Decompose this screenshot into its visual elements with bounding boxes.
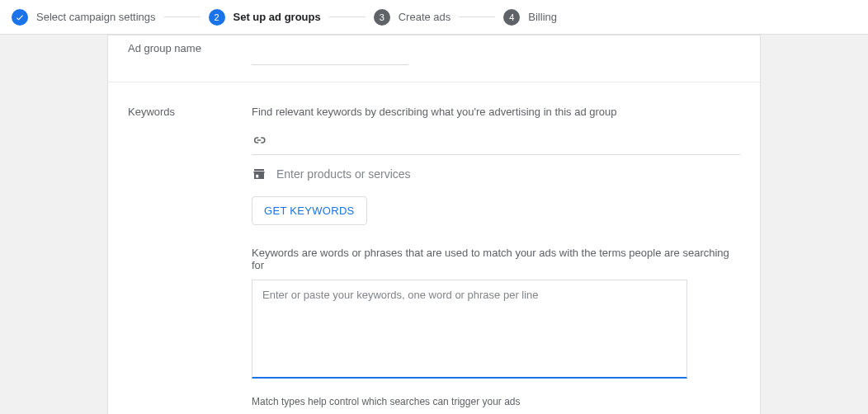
keywords-row: Keywords Find relevant keywords by descr… (108, 82, 760, 414)
link-icon (252, 133, 267, 148)
step-create-ads[interactable]: 3 Create ads (374, 9, 451, 26)
step-connector (164, 16, 200, 17)
step-select-campaign[interactable]: Select campaign settings (12, 9, 156, 26)
match-types-line1: Match types help control which searches … (252, 393, 740, 410)
url-input[interactable] (276, 134, 740, 147)
step-setup-ad-groups[interactable]: 2 Set up ad groups (209, 9, 321, 26)
step-number-badge: 2 (209, 9, 225, 26)
storefront-icon (252, 167, 267, 181)
keywords-label: Keywords (128, 106, 252, 414)
step-number-badge: 4 (503, 9, 520, 26)
step-connector (329, 16, 366, 17)
products-input-line[interactable] (252, 167, 740, 188)
keywords-textarea[interactable] (252, 280, 687, 379)
url-input-line[interactable] (252, 133, 740, 155)
step-label: Set up ad groups (234, 11, 321, 23)
step-connector (459, 16, 495, 17)
match-types-help: Match types help control which searches … (252, 393, 740, 414)
stepper: Select campaign settings 2 Set up ad gro… (0, 0, 868, 35)
step-label: Create ads (399, 11, 451, 23)
step-billing[interactable]: 4 Billing (503, 9, 557, 26)
get-keywords-button[interactable]: GET KEYWORDS (252, 196, 367, 225)
ad-group-card: Ad group name Keywords Find relevant key… (107, 35, 761, 414)
step-label: Select campaign settings (36, 11, 156, 23)
step-number-badge: 3 (374, 9, 390, 26)
ad-group-name-row: Ad group name (108, 35, 760, 82)
ad-group-name-input[interactable] (252, 42, 408, 65)
ad-group-name-label: Ad group name (128, 42, 252, 65)
step-label: Billing (528, 11, 557, 23)
keywords-intro: Find relevant keywords by describing wha… (252, 106, 740, 118)
products-input[interactable] (276, 167, 740, 181)
check-icon (12, 9, 28, 26)
keywords-explain: Keywords are words or phrases that are u… (252, 247, 740, 271)
